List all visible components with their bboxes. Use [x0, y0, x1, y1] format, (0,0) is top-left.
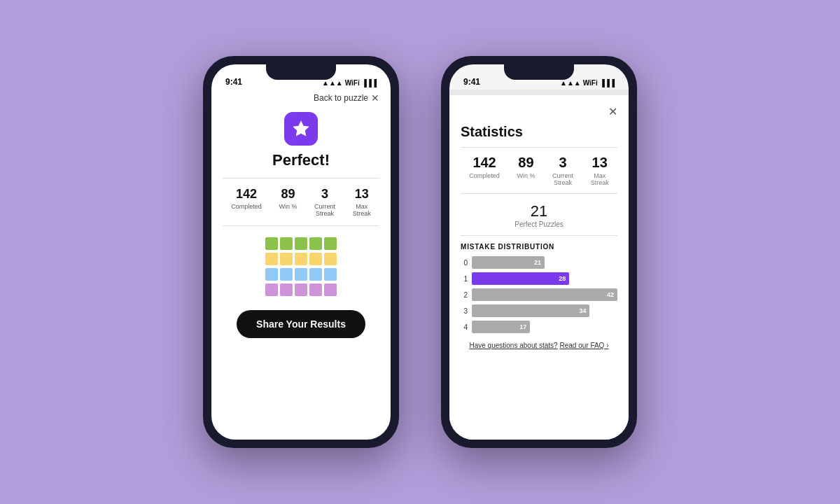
stat2-num-max: 13 [592, 155, 608, 171]
close-row: ✕ [461, 105, 617, 118]
bar-chart: 0 21 1 28 [461, 256, 617, 333]
bar-fill-1: 28 [472, 272, 569, 285]
perfect-num: 21 [461, 202, 617, 220]
back-link-text[interactable]: Back to puzzle [314, 93, 368, 103]
stat-num-win: 89 [281, 187, 295, 202]
stat2-num-completed: 142 [472, 155, 496, 171]
stat-max-streak: 13 MaxStreak [353, 187, 371, 217]
stat2-completed: 142 Completed [469, 155, 500, 186]
bar-val-1: 28 [559, 275, 566, 282]
bar-row-1: 1 28 [461, 272, 617, 285]
stat-win: 89 Win % [279, 187, 297, 217]
tile [265, 284, 278, 296]
tile [309, 268, 322, 281]
bar-val-0: 21 [534, 259, 541, 266]
bar-val-3: 34 [579, 307, 586, 314]
tile [324, 237, 337, 250]
tile [309, 253, 322, 265]
close-button[interactable]: ✕ [608, 105, 617, 118]
stat-num-streak: 3 [321, 187, 328, 202]
star-icon-wrap [284, 112, 318, 146]
stat2-num-streak: 3 [559, 155, 566, 171]
phone2-screen: 9:41 ▲▲▲ WiFi ▐▐▐ ✕ Statistics 142 Compl… [449, 64, 629, 440]
stat2-num-win: 89 [518, 155, 533, 171]
stat2-label-win: Win % [517, 172, 535, 179]
tile-row-yellow [265, 253, 337, 265]
faq-link-text[interactable]: Read our FAQ › [559, 342, 608, 349]
bar-row-2: 2 42 [461, 288, 617, 301]
notch-1 [266, 64, 336, 80]
perfect-title: Perfect! [272, 151, 330, 169]
phone1-screen: 9:41 ▲▲▲ WiFi ▐▐▐ Back to puzzle ✕ Perfe… [211, 64, 391, 440]
modal-header [449, 90, 629, 95]
phone1-content: Back to puzzle ✕ Perfect! 142 Completed … [211, 90, 391, 440]
tile [280, 237, 293, 250]
tile [324, 284, 337, 296]
tile [295, 253, 307, 265]
stat-label-max: MaxStreak [353, 203, 371, 217]
tile [280, 253, 293, 265]
stat-label-completed: Completed [231, 203, 262, 210]
mistake-dist-title: MISTAKE DISTRIBUTION [461, 243, 617, 251]
stat-num-max: 13 [355, 187, 369, 202]
stat-completed: 142 Completed [231, 187, 262, 217]
tile [280, 268, 293, 281]
phone-1: 9:41 ▲▲▲ WiFi ▐▐▐ Back to puzzle ✕ Perfe… [203, 56, 399, 448]
tile [280, 284, 293, 296]
bar-fill-3: 34 [472, 304, 589, 317]
notch-2 [504, 64, 574, 80]
phone-2: 9:41 ▲▲▲ WiFi ▐▐▐ ✕ Statistics 142 Compl… [441, 56, 637, 448]
stats-title: Statistics [461, 124, 617, 148]
status-icons-1: ▲▲▲ WiFi ▐▐▐ [322, 79, 377, 87]
bar-track-2: 42 [472, 288, 617, 301]
close-icon-1[interactable]: ✕ [371, 92, 379, 104]
tile [265, 253, 278, 265]
phone2-content: ✕ Statistics 142 Completed 89 Win % 3 Cu… [449, 90, 629, 440]
stat2-label-max: MaxStreak [591, 172, 609, 186]
stat2-max-streak: 13 MaxStreak [591, 155, 609, 186]
status-time-1: 9:41 [225, 77, 242, 87]
stat2-win: 89 Win % [517, 155, 535, 186]
stat-label-streak: CurrentStreak [314, 203, 335, 217]
bar-track-1: 28 [472, 272, 617, 285]
tile [309, 237, 322, 250]
tile-row-purple [265, 284, 337, 296]
tile [295, 237, 307, 250]
divider-2 [223, 225, 379, 226]
bar-label-0: 0 [461, 259, 468, 267]
back-link[interactable]: Back to puzzle ✕ [223, 90, 379, 104]
share-button[interactable]: Share Your Results [237, 310, 365, 338]
bar-fill-4: 17 [472, 321, 530, 333]
tiles-wrap [265, 237, 337, 296]
bar-val-2: 42 [607, 291, 614, 298]
stat-current-streak: 3 CurrentStreak [314, 187, 335, 217]
faq-link[interactable]: Have questions about stats? Read our FAQ… [461, 342, 617, 349]
bar-row-3: 3 34 [461, 304, 617, 317]
tile [295, 284, 307, 296]
bar-fill-2: 42 [472, 288, 617, 301]
bar-track-0: 21 [472, 256, 617, 269]
tile [309, 284, 322, 296]
stats-row-1: 142 Completed 89 Win % 3 CurrentStreak 1… [223, 187, 379, 217]
bar-label-4: 4 [461, 323, 468, 331]
stat2-label-completed: Completed [469, 172, 500, 179]
faq-text: Have questions about stats? [469, 342, 557, 349]
bar-label-3: 3 [461, 307, 468, 315]
bar-label-1: 1 [461, 275, 468, 283]
stat2-label-streak: CurrentStreak [552, 172, 573, 186]
bar-track-3: 34 [472, 304, 617, 317]
stat-label-win: Win % [279, 203, 297, 210]
tile [295, 268, 307, 281]
perfect-label: Perfect Puzzles [461, 220, 617, 228]
bar-row-0: 0 21 [461, 256, 617, 269]
stats-row-2: 142 Completed 89 Win % 3 CurrentStreak 1… [461, 155, 617, 194]
tile [324, 253, 337, 265]
divider-1 [223, 178, 379, 178]
bar-row-4: 4 17 [461, 321, 617, 333]
stat2-current-streak: 3 CurrentStreak [552, 155, 573, 186]
status-time-2: 9:41 [463, 77, 480, 87]
tile [324, 268, 337, 281]
perfect-puzzles-section: 21 Perfect Puzzles [461, 202, 617, 236]
bar-fill-0: 21 [472, 256, 545, 269]
star-icon [291, 119, 311, 139]
